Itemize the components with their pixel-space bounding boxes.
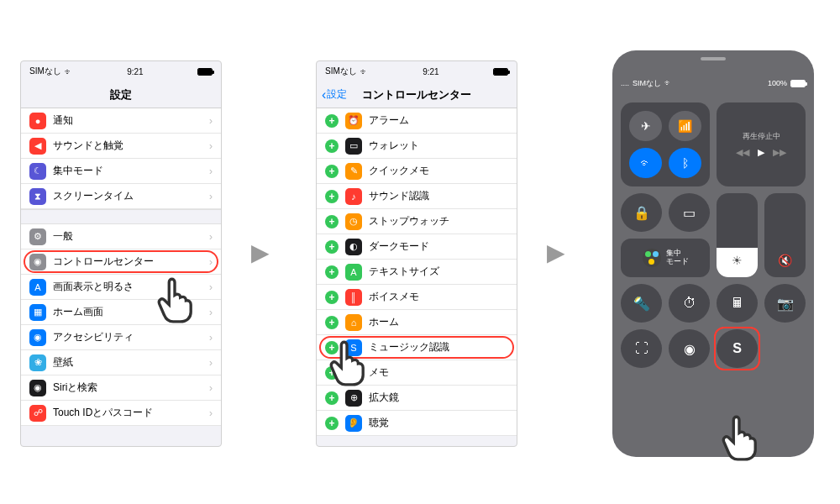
row-icon: ⏰ xyxy=(345,113,362,129)
settings-row[interactable]: +✎クイックメモ xyxy=(317,159,517,184)
wifi-toggle[interactable]: ᯤ xyxy=(629,148,662,178)
settings-row[interactable]: A画面表示と明るさ› xyxy=(21,275,221,300)
orientation-lock-button[interactable]: 🔒 xyxy=(621,193,662,232)
row-label: アラーム xyxy=(369,113,508,128)
cellular-toggle[interactable]: 📶 xyxy=(669,111,701,141)
add-button[interactable]: + xyxy=(325,190,339,203)
row-label: Touch IDとパスコード xyxy=(53,406,209,420)
flashlight-button[interactable]: 🔦 xyxy=(621,284,662,323)
next-icon[interactable]: ▶▶ xyxy=(773,147,786,158)
row-label: クイックメモ xyxy=(369,164,508,178)
row-icon: ✎ xyxy=(345,163,362,180)
media-status: 再生停止中 xyxy=(743,131,780,142)
battery-icon xyxy=(493,68,508,76)
row-icon: 👂 xyxy=(345,415,362,432)
row-label: 拡大鏡 xyxy=(369,391,508,405)
row-icon: ☾ xyxy=(29,163,46,180)
add-button[interactable]: + xyxy=(325,316,339,329)
arrow-right-icon: ▶ xyxy=(251,239,270,266)
mute-icon: 🔇 xyxy=(778,254,792,267)
row-icon: ● xyxy=(29,113,46,129)
status-bar: SIMなしᯤ 9:21 xyxy=(317,61,517,81)
add-button[interactable]: + xyxy=(325,165,339,178)
settings-row[interactable]: ●通知› xyxy=(21,108,221,134)
settings-row[interactable]: +⊕拡大鏡 xyxy=(317,386,517,411)
chevron-left-icon: ‹ xyxy=(322,87,326,102)
settings-row[interactable]: +Aテキストサイズ xyxy=(317,260,517,285)
nav-bar: ‹設定 コントロールセンター xyxy=(317,81,517,108)
add-button[interactable]: + xyxy=(325,341,339,354)
settings-row[interactable]: +♪サウンド認識 xyxy=(317,184,517,209)
sun-icon: ☀ xyxy=(732,254,743,267)
add-button[interactable]: + xyxy=(325,291,339,304)
settings-row[interactable]: +◷ストップウォッチ xyxy=(317,209,517,234)
connectivity-tile[interactable]: ✈ 📶 ᯤ ᛒ xyxy=(621,102,710,186)
media-controls: ◀◀ ▶ ▶▶ xyxy=(736,147,786,158)
calculator-button[interactable]: 🖩 xyxy=(717,284,758,323)
bluetooth-toggle[interactable]: ᛒ xyxy=(669,148,701,178)
row-label: アクセシビリティ xyxy=(53,330,209,344)
back-button[interactable]: ‹設定 xyxy=(322,87,347,102)
settings-row[interactable]: ◉アクセシビリティ› xyxy=(21,325,221,350)
carrier-text: SIMなし xyxy=(29,66,61,77)
row-icon: ⧗ xyxy=(29,188,46,205)
settings-row[interactable]: ❀壁紙› xyxy=(21,350,221,375)
chevron-right-icon: › xyxy=(209,115,213,127)
settings-row[interactable]: ⚙一般› xyxy=(21,224,221,249)
settings-row[interactable]: ◉コントロールセンター› xyxy=(21,249,221,275)
settings-row[interactable]: ☾集中モード› xyxy=(21,159,221,184)
airplane-toggle[interactable]: ✈ xyxy=(629,111,662,141)
add-button[interactable]: + xyxy=(325,265,339,279)
status-bar: ....SIMなしᯤ 100% xyxy=(612,60,814,94)
row-label: コントロールセンター xyxy=(53,255,209,269)
row-icon: ✎ xyxy=(345,365,362,381)
add-button[interactable]: + xyxy=(325,391,339,405)
volume-slider[interactable]: 🔇 xyxy=(764,193,806,277)
add-button[interactable]: + xyxy=(325,139,339,153)
row-icon: ❀ xyxy=(29,354,46,371)
row-label: 集中モード xyxy=(53,164,209,178)
shazam-button[interactable]: S xyxy=(717,329,758,368)
settings-row[interactable]: ◀サウンドと触覚› xyxy=(21,134,221,159)
row-label: 聴覚 xyxy=(369,416,508,430)
settings-row[interactable]: ⧗スクリーンタイム› xyxy=(21,184,221,209)
qr-button[interactable]: ⛶ xyxy=(621,329,662,368)
settings-row[interactable]: +◐ダークモード xyxy=(317,234,517,260)
row-label: ホーム画面 xyxy=(53,305,209,319)
settings-row[interactable]: +║ボイスメモ xyxy=(317,285,517,310)
settings-row[interactable]: +Sミュージック認識 xyxy=(317,335,517,360)
settings-row[interactable]: +▭ウォレット xyxy=(317,134,517,159)
settings-row[interactable]: ◉Siriと検索› xyxy=(21,375,221,401)
row-icon: ◉ xyxy=(29,380,46,396)
settings-row[interactable]: +⌂ホーム xyxy=(317,310,517,335)
settings-row[interactable]: +👂聴覚 xyxy=(317,411,517,436)
row-label: テキストサイズ xyxy=(369,265,508,279)
add-button[interactable]: + xyxy=(325,366,339,380)
timer-button[interactable]: ⏱ xyxy=(669,284,710,323)
row-icon: ▭ xyxy=(345,138,362,155)
row-icon: A xyxy=(345,264,362,281)
screen-mirror-button[interactable]: ▭ xyxy=(669,193,710,232)
settings-row[interactable]: +⏰アラーム xyxy=(317,108,517,134)
media-tile[interactable]: 再生停止中 ◀◀ ▶ ▶▶ xyxy=(717,102,806,186)
clock: 9:21 xyxy=(423,67,438,76)
row-icon: ♪ xyxy=(345,188,362,205)
add-button[interactable]: + xyxy=(325,240,339,254)
row-icon: ◉ xyxy=(29,254,46,270)
row-label: スクリーンタイム xyxy=(53,189,209,203)
row-icon: ⚙ xyxy=(29,228,46,245)
row-icon: ☍ xyxy=(29,405,46,422)
settings-screen: SIMなしᯤ 9:21 設定 ●通知›◀サウンドと触覚›☾集中モード›⧗スクリー… xyxy=(20,60,222,447)
brightness-slider[interactable]: ☀ xyxy=(717,193,758,277)
add-button[interactable]: + xyxy=(325,417,339,430)
record-button[interactable]: ◉ xyxy=(669,329,710,368)
settings-row[interactable]: ☍Touch IDとパスコード› xyxy=(21,401,221,426)
settings-row[interactable]: ▦ホーム画面› xyxy=(21,300,221,325)
play-icon[interactable]: ▶ xyxy=(758,147,764,158)
add-button[interactable]: + xyxy=(325,215,339,228)
camera-button[interactable]: 📷 xyxy=(764,284,806,323)
add-button[interactable]: + xyxy=(325,114,339,128)
focus-tile[interactable]: 集中 モード xyxy=(621,239,710,277)
settings-row[interactable]: +✎メモ xyxy=(317,360,517,386)
prev-icon[interactable]: ◀◀ xyxy=(736,147,749,158)
